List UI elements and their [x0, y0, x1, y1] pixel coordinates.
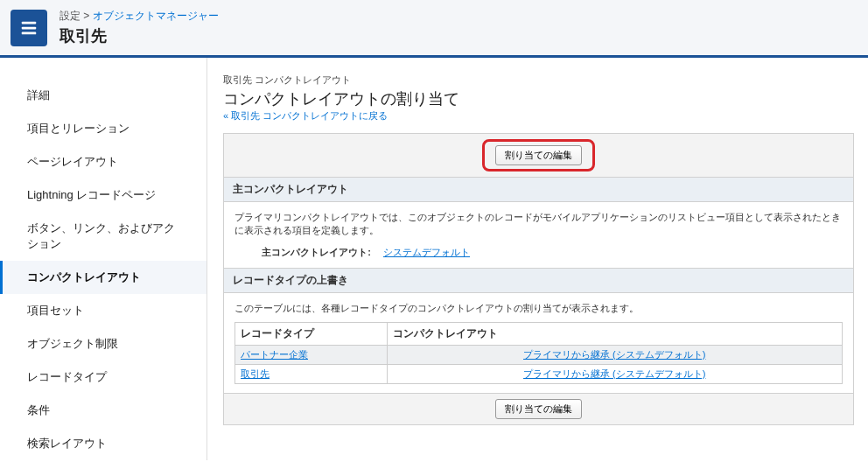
highlight-box: 割り当ての編集 [482, 139, 595, 172]
sidebar-item-8[interactable]: レコードタイプ [0, 360, 206, 394]
section-override-title: レコードタイプの上書き [224, 268, 853, 293]
breadcrumb-setup: 設定 [60, 10, 80, 22]
primary-layout-link[interactable]: システムデフォルト [383, 247, 470, 257]
record-type-link[interactable]: パートナー企業 [241, 349, 308, 360]
compact-layout-link[interactable]: プライマリから継承 (システムデフォルト) [523, 349, 705, 360]
main-content: 取引先 コンパクトレイアウト コンパクトレイアウトの割り当て « 取引先 コンパ… [207, 58, 868, 460]
primary-description: プライマリコンパクトレイアウトでは、このオブジェクトのレコードがモバイルアプリケ… [234, 211, 843, 237]
sidebar-item-3[interactable]: Lightning レコードページ [0, 178, 206, 212]
col-record-type: レコードタイプ [235, 323, 388, 346]
breadcrumb-object-manager[interactable]: オブジェクトマネージャー [93, 10, 219, 22]
content-title: コンパクトレイアウトの割り当て [223, 88, 854, 109]
table-row: 取引先プライマリから継承 (システムデフォルト) [235, 365, 843, 384]
primary-layout-label: 主コンパクトレイアウト: [234, 246, 383, 259]
section-primary-title: 主コンパクトレイアウト [224, 178, 853, 202]
button-bar-top: 割り当ての編集 [224, 134, 853, 178]
sidebar-item-10[interactable]: 検索レイアウト [0, 427, 206, 460]
sidebar-item-7[interactable]: オブジェクト制限 [0, 327, 206, 360]
breadcrumb: 設定 > オブジェクトマネージャー [60, 9, 219, 24]
col-compact-layout: コンパクトレイアウト [387, 323, 843, 346]
edit-assignment-button[interactable]: 割り当ての編集 [495, 145, 582, 165]
record-type-link[interactable]: 取引先 [241, 368, 270, 379]
edit-assignment-button-bottom[interactable]: 割り当ての編集 [495, 399, 582, 419]
page-header: 設定 > オブジェクトマネージャー 取引先 [0, 0, 868, 58]
assignment-card: 割り当ての編集 主コンパクトレイアウト プライマリコンパクトレイアウトでは、この… [223, 133, 854, 425]
sidebar-item-2[interactable]: ページレイアウト [0, 145, 206, 178]
object-icon [10, 10, 47, 46]
sidebar-item-6[interactable]: 項目セット [0, 294, 206, 327]
page-title: 取引先 [60, 25, 219, 46]
svg-rect-1 [22, 26, 37, 29]
sidebar-item-9[interactable]: 条件 [0, 394, 206, 427]
content-crumb: 取引先 コンパクトレイアウト [223, 74, 854, 87]
sidebar-item-0[interactable]: 詳細 [0, 79, 206, 112]
override-table: レコードタイプ コンパクトレイアウト パートナー企業プライマリから継承 (システ… [234, 322, 843, 384]
svg-rect-2 [22, 32, 37, 34]
sidebar-item-5[interactable]: コンパクトレイアウト [0, 261, 206, 294]
sidebar-item-1[interactable]: 項目とリレーション [0, 112, 206, 145]
override-description: このテーブルには、各種レコードタイプのコンパクトレイアウトの割り当てが表示されま… [234, 302, 843, 315]
svg-rect-0 [22, 21, 37, 24]
sidebar-item-4[interactable]: ボタン、リンク、およびアクション [0, 212, 206, 261]
sidebar: 詳細項目とリレーションページレイアウトLightning レコードページボタン、… [0, 58, 207, 460]
back-link[interactable]: 取引先 コンパクトレイアウトに戻る [231, 110, 388, 121]
table-row: パートナー企業プライマリから継承 (システムデフォルト) [235, 346, 843, 365]
button-bar-bottom: 割り当ての編集 [224, 393, 853, 424]
compact-layout-link[interactable]: プライマリから継承 (システムデフォルト) [523, 368, 705, 379]
